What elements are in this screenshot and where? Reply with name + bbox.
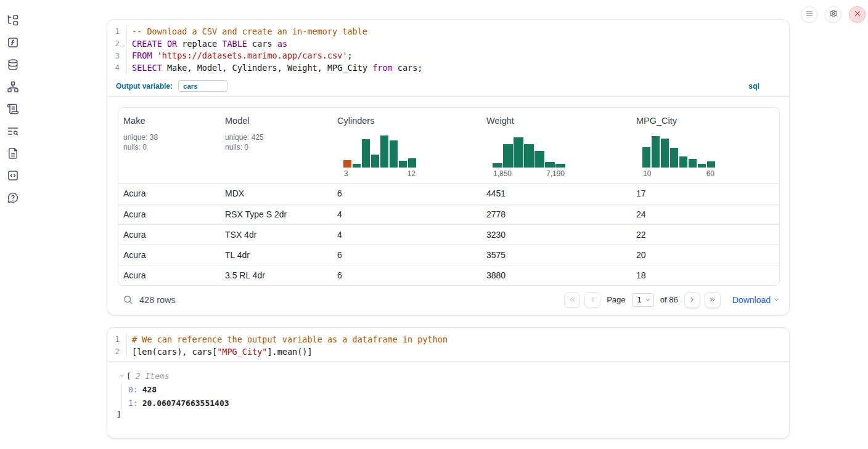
table-cell: 4451 [481,188,631,198]
table-cell: 18 [631,270,780,280]
column-histogram: 1060 [642,135,715,179]
table-cell: RSX Type S 2dr [220,209,332,219]
page-total-label: of 86 [660,295,678,304]
output-variable-row: Output variable: sql [107,78,789,97]
code-line: 2CREATE OR replace TABLE cars as [107,38,789,50]
table-cell: 20 [631,250,780,260]
scroll-text-icon [7,103,19,115]
python-editor[interactable]: 1# We can reference the output variable … [107,328,789,361]
column-stats: unique: 38nulls: 0 [123,132,215,153]
code-text: [len(cars), cars["MPG_City"].mean()] [127,347,313,357]
file-tree-icon [7,14,19,26]
column-stats: unique: 425nulls: 0 [225,132,327,153]
search-icon[interactable] [123,294,133,305]
menu-button[interactable] [801,6,817,23]
chevron-down-icon [645,297,651,303]
row-count: 428 rows [139,295,176,305]
language-badge: sql [748,82,760,91]
column-title[interactable]: Cylinders [337,116,477,126]
sidebar-help-bubble-button[interactable] [7,192,19,204]
page-select[interactable]: 1 [632,293,654,307]
settings-gear-button[interactable] [825,6,841,23]
table-row: AcuraMDX6445117 [118,184,779,204]
line-number: 1 [107,25,127,38]
table-cell: Acura [118,230,220,240]
sidebar-scroll-text-button[interactable] [7,103,19,115]
histogram-bar [661,139,669,168]
table-cell: 22 [631,230,780,240]
close-x-icon [853,9,862,20]
code-square-icon [7,169,19,182]
sql-cell-output: Makeunique: 38nulls: 0Modelunique: 425nu… [107,97,789,314]
table-row: AcuraRSX Type S 2dr4277824 [118,204,779,224]
histogram-min-label: 10 [643,169,651,179]
next-page-button[interactable] [684,292,700,308]
table-cell: TSX 4dr [220,230,332,240]
item-value: 428 [142,385,157,394]
line-number: 2 [107,38,127,50]
histogram-bar [534,151,544,168]
code-text: CREATE OR replace TABLE cars as [127,39,287,49]
code-text: -- Download a CSV and create an in-memor… [127,26,367,36]
column-header-cylinders: Cylinders312 [332,108,481,183]
table-cell: Acura [118,188,220,198]
output-variable-input[interactable] [178,80,227,92]
pagination: Page 1 of 86 Download [564,292,780,308]
column-title[interactable]: Weight [486,116,626,126]
python-output: [ 2 Items 0:4281:20.060747663551403 ] [107,362,789,422]
first-page-button[interactable] [564,292,580,308]
sidebar-code-square-button[interactable] [7,169,19,182]
histogram-bar [503,144,513,168]
sidebar-function-square-button[interactable] [7,36,19,49]
histogram-min-label: 1,850 [493,169,512,179]
prev-page-button[interactable] [584,292,600,308]
histogram-bar [689,159,697,168]
histogram-bar [380,136,388,167]
table-body: AcuraMDX6445117AcuraRSX Type S 2dr427782… [118,184,779,285]
last-page-button[interactable] [705,292,721,308]
column-title[interactable]: Model [225,116,327,126]
sidebar-file-document-button[interactable] [7,147,19,160]
table-row: Acura3.5 RL 4dr6388018 [118,265,779,285]
table-cell: 6 [332,188,481,198]
table-cell: TL 4dr [220,250,332,260]
histogram-bar [353,164,361,168]
marimo-app: 1-- Download a CSV and create an in-memo… [0,0,868,449]
table-cell: 2778 [481,209,631,219]
file-document-icon [7,147,19,160]
code-text: FROM 'https://datasets.marimo.app/cars.c… [127,51,353,60]
sidebar-database-button[interactable] [7,59,19,71]
table-row: AcuraTL 4dr6357520 [118,245,779,265]
sidebar [0,0,26,449]
open-bracket: [ [126,371,131,381]
histogram-bar [390,140,398,167]
sql-editor[interactable]: 1-- Download a CSV and create an in-memo… [107,20,789,78]
column-title[interactable]: Make [123,116,215,126]
column-histogram: 312 [343,135,416,179]
histogram-bar [545,162,555,167]
histogram-bar [670,148,678,168]
histogram-bar [698,164,706,167]
table-cell: 24 [631,209,780,219]
histogram-bar [555,164,565,168]
sidebar-file-tree-button[interactable] [7,14,19,26]
output-list-item: 1:20.060747663551403 [128,396,779,410]
settings-gear-icon [829,9,838,20]
collapse-chevron-icon[interactable] [119,373,125,379]
table-cell: 3880 [481,270,631,280]
sidebar-text-search-button[interactable] [7,125,19,137]
histogram-max-label: 60 [706,169,714,179]
close-button[interactable] [849,6,866,23]
column-title[interactable]: MPG_City [636,116,776,126]
histogram-bar [399,161,407,168]
code-line: 3FROM 'https://datasets.marimo.app/cars.… [107,49,789,62]
download-button[interactable]: Download [732,295,780,305]
page-select-value: 1 [637,295,642,304]
histogram-bar [642,147,650,168]
table-cell: 3.5 RL 4dr [220,270,332,280]
sidebar-network-button[interactable] [7,81,19,93]
output-tree-root: [ 2 Items [117,369,779,382]
item-index: 1: [128,398,138,408]
table-header-row: Makeunique: 38nulls: 0Modelunique: 425nu… [118,108,779,184]
histogram-max-label: 12 [407,169,416,179]
